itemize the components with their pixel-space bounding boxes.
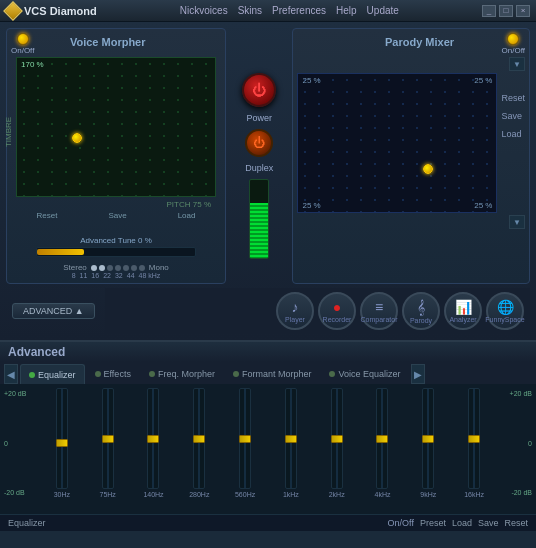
eq-handle-30hz[interactable] [56, 439, 68, 447]
tabs-scroll-right[interactable]: ▶ [411, 364, 425, 384]
eq-bottom-left: Equalizer [8, 518, 46, 528]
recorder-icon: ● [333, 299, 341, 315]
eq-fader-140hz[interactable] [147, 388, 159, 489]
pm-save[interactable]: Save [501, 111, 525, 121]
eq-db-zero-right: 0 [502, 440, 532, 447]
comparator-button[interactable]: ≡ Comparator [360, 292, 398, 330]
pm-corner-bl: 25 % [302, 201, 320, 210]
freq-dot-6[interactable] [131, 265, 137, 271]
tab-equalizer-label: Equalizer [38, 370, 76, 380]
eq-label-280hz: 280Hz [189, 491, 209, 498]
eq-fader-4khz[interactable] [376, 388, 388, 489]
tab-freq-morpher[interactable]: Freq. Morpher [141, 364, 223, 384]
pm-load[interactable]: Load [501, 129, 525, 139]
tab-voiceeq-label: Voice Equalizer [338, 369, 400, 379]
maximize-button[interactable]: □ [499, 5, 513, 17]
adv-tune-bar[interactable] [36, 247, 196, 257]
eq-save-button[interactable]: Save [478, 518, 499, 528]
eq-band-1khz: 1kHz [269, 388, 313, 498]
vm-onoff-button[interactable]: On/Off [11, 33, 34, 55]
freq-22: 22 [103, 272, 111, 279]
vm-led [17, 33, 29, 45]
eq-handle-16khz[interactable] [468, 435, 480, 443]
analyzer-label: Analyzer [449, 316, 476, 323]
vm-load[interactable]: Load [178, 211, 196, 220]
tab-equalizer[interactable]: Equalizer [20, 364, 85, 384]
advanced-toggle-button[interactable]: ADVANCED ▲ [12, 303, 95, 319]
minimize-button[interactable]: _ [482, 5, 496, 17]
freq-dot-5[interactable] [123, 265, 129, 271]
vm-grid[interactable]: 170 % [16, 57, 216, 197]
eq-handle-9khz[interactable] [422, 435, 434, 443]
tab-formant-morpher[interactable]: Formant Morpher [225, 364, 320, 384]
freq-dot-7[interactable] [139, 265, 145, 271]
freq-dot-3[interactable] [107, 265, 113, 271]
eq-handle-1khz[interactable] [285, 435, 297, 443]
pm-onoff-button[interactable]: On/Off [502, 33, 525, 55]
vm-reset[interactable]: Reset [37, 211, 58, 220]
eq-load-button[interactable]: Load [452, 518, 472, 528]
eq-fader-30hz[interactable] [56, 388, 68, 489]
tab-effects-label: Effects [104, 369, 131, 379]
parody-bottom-dropdown[interactable]: ▼ [509, 215, 525, 229]
menu-skins[interactable]: Skins [238, 5, 262, 16]
parody-dropdown[interactable]: ▼ [509, 57, 525, 71]
menu-update[interactable]: Update [367, 5, 399, 16]
power-button[interactable]: ⏻ [242, 73, 276, 107]
freq-dot-4[interactable] [115, 265, 121, 271]
eq-onoff-button[interactable]: On/Off [388, 518, 414, 528]
freq-8: 8 [72, 272, 76, 279]
eq-handle-140hz[interactable] [147, 435, 159, 443]
funnyspace-button[interactable]: 🌐 FunnySpace [486, 292, 524, 330]
pm-corner-tr: 25 % [474, 76, 492, 85]
analyzer-button[interactable]: 📊 Analyzer [444, 292, 482, 330]
eq-fader-9khz[interactable] [422, 388, 434, 489]
eq-fader-560hz[interactable] [239, 388, 251, 489]
eq-fader-16khz[interactable] [468, 388, 480, 489]
menu-preferences[interactable]: Preferences [272, 5, 326, 16]
duplex-button[interactable]: ⏻ [245, 129, 273, 157]
pm-onoff-row: Parody Mixer On/Off [297, 33, 525, 55]
funnyspace-icon: 🌐 [497, 299, 514, 315]
freq-dot-1[interactable] [91, 265, 97, 271]
eq-handle-4khz[interactable] [376, 435, 388, 443]
eq-fader-75hz[interactable] [102, 388, 114, 489]
eq-label-1khz: 1kHz [283, 491, 299, 498]
pm-reset[interactable]: Reset [501, 93, 525, 103]
eq-bottom-controls: On/Off Preset Load Save Reset [388, 518, 528, 528]
vm-grid-svg [17, 58, 215, 196]
player-icon: ♪ [292, 299, 299, 315]
tab-voice-eq[interactable]: Voice Equalizer [321, 364, 408, 384]
close-button[interactable]: × [516, 5, 530, 17]
level-fill [250, 203, 268, 258]
app-title: VCS Diamond [24, 5, 97, 17]
parody-btn-icon: 𝄞 [417, 299, 425, 316]
menu-help[interactable]: Help [336, 5, 357, 16]
eq-handle-75hz[interactable] [102, 435, 114, 443]
eq-fader-280hz[interactable] [193, 388, 205, 489]
tab-effects-dot [95, 371, 101, 377]
tab-effects[interactable]: Effects [87, 364, 139, 384]
eq-preset-button[interactable]: Preset [420, 518, 446, 528]
recorder-button[interactable]: ● Recorder [318, 292, 356, 330]
eq-reset-button[interactable]: Reset [504, 518, 528, 528]
eq-band-2khz: 2kHz [315, 388, 359, 498]
parody-button[interactable]: 𝄞 Parody [402, 292, 440, 330]
eq-handle-2khz[interactable] [331, 435, 343, 443]
player-button[interactable]: ♪ Player [276, 292, 314, 330]
recorder-label: Recorder [323, 316, 352, 323]
vm-save[interactable]: Save [108, 211, 126, 220]
eq-band-30hz: 30Hz [40, 388, 84, 498]
app-logo: VCS Diamond [6, 4, 97, 18]
pm-grid[interactable]: 25 % 25 % 25 % 25 % [297, 73, 497, 213]
eq-handle-560hz[interactable] [239, 435, 251, 443]
eq-label-560hz: 560Hz [235, 491, 255, 498]
freq-dot-2[interactable] [99, 265, 105, 271]
eq-left-labels: +20 dB 0 -20 dB [4, 388, 34, 498]
pm-led [507, 33, 519, 45]
eq-fader-1khz[interactable] [285, 388, 297, 489]
menu-nickvoices[interactable]: Nickvoices [180, 5, 228, 16]
eq-fader-2khz[interactable] [331, 388, 343, 489]
tabs-scroll-left[interactable]: ◀ [4, 364, 18, 384]
eq-handle-280hz[interactable] [193, 435, 205, 443]
